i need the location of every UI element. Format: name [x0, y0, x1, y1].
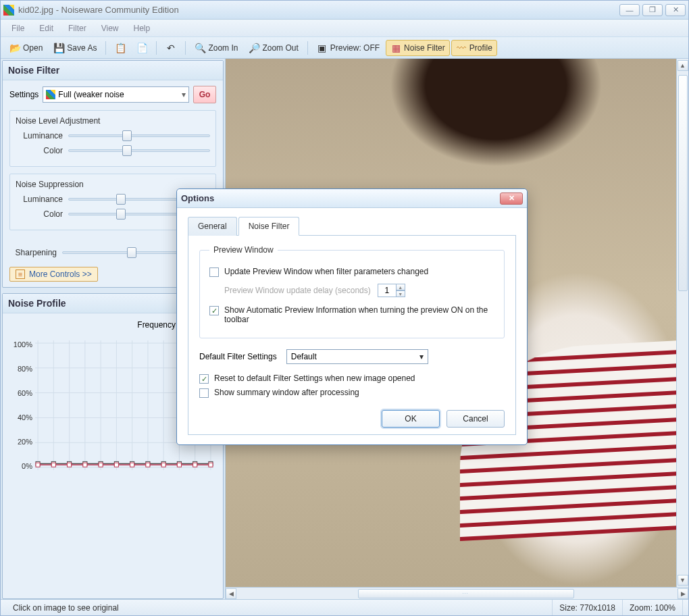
- minimize-button[interactable]: —: [619, 4, 640, 16]
- svg-rect-34: [99, 463, 103, 467]
- tab-page-noise-filter: Preview Window Update Preview Window whe…: [188, 236, 516, 435]
- client-area: Noise Filter Settings Full (weaker noise…: [1, 59, 688, 599]
- app-window: kid02.jpg - Noiseware Community Edition …: [0, 0, 689, 616]
- undo-button[interactable]: ↶: [161, 40, 181, 56]
- status-zoom: Zoom: 100%: [623, 600, 683, 615]
- dialog-close-button[interactable]: ✕: [500, 192, 523, 205]
- menu-file[interactable]: File: [5, 21, 31, 36]
- reset-default-label: Reset to default Filter Settings when ne…: [214, 374, 415, 383]
- ok-button[interactable]: OK: [382, 410, 440, 428]
- spin-up-icon[interactable]: ▲: [396, 284, 405, 290]
- show-summary-label: Show summary window after processing: [214, 388, 359, 397]
- menubar: File Edit Filter View Help: [1, 20, 688, 37]
- color-level-slider[interactable]: [68, 145, 210, 157]
- more-controls-label: More Controls >>: [29, 270, 92, 279]
- dialog-title: Options: [181, 193, 214, 203]
- menu-help[interactable]: Help: [127, 21, 157, 36]
- menu-view[interactable]: View: [95, 21, 126, 36]
- profile-icon: 〰: [456, 43, 467, 53]
- copy-button[interactable]: 📋: [110, 40, 130, 56]
- svg-rect-37: [146, 463, 150, 467]
- default-filter-label: Default Filter Settings: [199, 352, 277, 361]
- update-preview-label: Update Preview Window when filter parame…: [224, 267, 428, 276]
- svg-rect-36: [130, 463, 134, 467]
- delay-label: Preview Window update delay (seconds): [224, 286, 371, 295]
- saveas-button[interactable]: 💾 Save As: [49, 40, 101, 56]
- horizontal-scrollbar[interactable]: ◀ ⋯ ▶: [226, 587, 688, 599]
- vertical-scrollbar[interactable]: ▲ ▼: [676, 59, 688, 587]
- zoomin-icon: 🔍: [195, 43, 205, 53]
- ytick: 0%: [9, 462, 32, 470]
- luminance-level-slider[interactable]: [68, 130, 210, 142]
- spin-down-icon[interactable]: ▼: [396, 290, 405, 297]
- zoomout-button[interactable]: 🔎 Zoom Out: [244, 40, 303, 56]
- show-summary-checkbox[interactable]: [199, 388, 209, 398]
- profile-label: Profile: [469, 43, 492, 53]
- titlebar: kid02.jpg - Noiseware Community Edition …: [1, 1, 688, 20]
- zoomin-label: Zoom In: [208, 43, 238, 53]
- noisefilter-label: Noise Filter: [404, 43, 445, 53]
- toolbar-separator: [156, 41, 157, 55]
- save-icon: 💾: [53, 43, 64, 53]
- paste-icon: 📄: [136, 43, 147, 53]
- menu-filter[interactable]: Filter: [61, 21, 93, 36]
- menu-edit[interactable]: Edit: [32, 21, 60, 36]
- go-button[interactable]: Go: [193, 86, 216, 103]
- cancel-button[interactable]: Cancel: [446, 410, 505, 428]
- noisefilter-toggle[interactable]: ▦ Noise Filter: [386, 40, 450, 56]
- horizontal-scroll-thumb[interactable]: ⋯: [358, 589, 574, 598]
- copy-icon: 📋: [115, 43, 126, 53]
- frequency-label: Frequency: [137, 320, 176, 330]
- update-preview-checkbox[interactable]: [209, 267, 219, 277]
- luminance-label: Luminance: [16, 131, 63, 140]
- scroll-up-arrow-icon[interactable]: ▲: [678, 60, 688, 71]
- app-icon: [3, 5, 14, 16]
- more-controls-link[interactable]: ≡ More Controls >>: [9, 267, 98, 282]
- settings-preset-icon: [46, 90, 55, 99]
- undo-icon: ↶: [165, 43, 176, 53]
- default-filter-select[interactable]: Default ▾: [286, 349, 428, 364]
- toolbar-separator: [185, 41, 186, 55]
- noise-filter-title: Noise Filter: [3, 61, 223, 80]
- zoomout-label: Zoom Out: [262, 43, 298, 53]
- tab-noise-filter[interactable]: Noise Filter: [238, 217, 300, 236]
- show-auto-preview-checkbox[interactable]: [209, 306, 219, 315]
- dialog-titlebar[interactable]: Options ✕: [177, 189, 527, 208]
- ytick: 80%: [9, 365, 32, 373]
- svg-rect-31: [51, 463, 55, 467]
- toolbar: 📂 Open 💾 Save As 📋 📄 ↶ 🔍 Zoom In 🔎 Zoom …: [1, 37, 688, 59]
- profile-toggle[interactable]: 〰 Profile: [451, 40, 497, 56]
- open-folder-icon: 📂: [9, 43, 20, 53]
- open-label: Open: [23, 43, 43, 53]
- scroll-right-arrow-icon[interactable]: ▶: [678, 588, 688, 599]
- noise-suppression-title: Noise Suppression: [16, 180, 210, 189]
- preview-label: Preview: OFF: [330, 43, 380, 53]
- delay-input[interactable]: [378, 284, 397, 297]
- default-filter-value: Default: [291, 352, 317, 361]
- zoomin-button[interactable]: 🔍 Zoom In: [190, 40, 243, 56]
- toolbar-separator: [307, 41, 308, 55]
- svg-rect-38: [161, 463, 165, 467]
- color-label: Color: [16, 146, 63, 155]
- options-dialog: Options ✕ General Noise Filter Preview W…: [176, 188, 528, 445]
- preview-toggle[interactable]: ▣ Preview: OFF: [312, 40, 384, 56]
- close-button[interactable]: ✕: [665, 4, 686, 16]
- maximize-button[interactable]: ❐: [642, 4, 663, 16]
- reset-default-checkbox[interactable]: [199, 374, 209, 384]
- noise-level-adjustment-title: Noise Level Adjustment: [16, 116, 210, 126]
- ytick: 100%: [9, 340, 32, 349]
- noise-level-adjustment-group: Noise Level Adjustment Luminance Color: [9, 110, 216, 167]
- ytick: 40%: [9, 413, 32, 421]
- status-hint: Click on image to see original: [6, 600, 553, 615]
- chevron-down-icon: ▾: [419, 352, 424, 361]
- delay-spinner[interactable]: ▲ ▼: [378, 284, 405, 297]
- status-size: Size: 770x1018: [553, 600, 623, 615]
- settings-select[interactable]: Full (weaker noise ▾: [43, 86, 189, 103]
- paste-button[interactable]: 📄: [132, 40, 152, 56]
- open-button[interactable]: 📂 Open: [5, 40, 47, 56]
- more-controls-icon: ≡: [16, 270, 25, 279]
- vertical-scroll-thumb[interactable]: [678, 75, 688, 291]
- scroll-left-arrow-icon[interactable]: ◀: [226, 588, 236, 599]
- tab-general[interactable]: General: [188, 217, 237, 236]
- scroll-down-arrow-icon[interactable]: ▼: [678, 575, 688, 586]
